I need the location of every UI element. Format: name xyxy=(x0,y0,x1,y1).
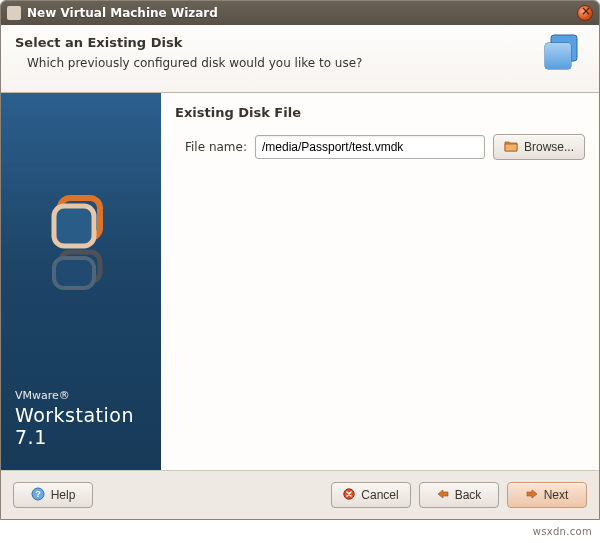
section-title: Existing Disk File xyxy=(175,105,585,120)
sidebar-branding: VMware® Workstation 7.1 xyxy=(1,93,161,470)
wizard-content: VMware® Workstation 7.1 Existing Disk Fi… xyxy=(1,93,599,471)
svg-rect-4 xyxy=(54,206,94,246)
next-button[interactable]: Next xyxy=(507,482,587,508)
help-icon: ? xyxy=(31,487,45,504)
wizard-window: New Virtual Machine Wizard Select an Exi… xyxy=(0,0,600,520)
svg-text:?: ? xyxy=(35,489,41,499)
titlebar[interactable]: New Virtual Machine Wizard xyxy=(1,1,599,25)
cancel-button[interactable]: Cancel xyxy=(331,482,411,508)
brand-vmware-label: VMware® xyxy=(15,389,147,402)
wizard-footer: ? Help Cancel Back Next xyxy=(1,471,599,519)
help-button[interactable]: ? Help xyxy=(13,482,93,508)
cancel-label: Cancel xyxy=(361,488,398,502)
next-label: Next xyxy=(544,488,569,502)
file-row: File name: Browse... xyxy=(185,134,585,160)
disk-stack-icon xyxy=(541,31,587,81)
file-name-label: File name: xyxy=(185,140,247,154)
brand-text: VMware® Workstation 7.1 xyxy=(1,389,161,470)
file-name-input[interactable] xyxy=(255,135,485,159)
vmware-logo-icon xyxy=(1,93,161,389)
header-subtitle: Which previously configured disk would y… xyxy=(27,56,585,70)
wizard-header: Select an Existing Disk Which previously… xyxy=(1,25,599,93)
svg-rect-6 xyxy=(54,258,94,288)
help-label: Help xyxy=(51,488,76,502)
browse-button[interactable]: Browse... xyxy=(493,134,585,160)
close-icon[interactable] xyxy=(577,5,593,21)
arrow-left-icon xyxy=(437,488,449,502)
browse-label: Browse... xyxy=(524,140,574,154)
brand-product-label: Workstation 7.1 xyxy=(15,404,147,448)
back-label: Back xyxy=(455,488,482,502)
back-button[interactable]: Back xyxy=(419,482,499,508)
header-title: Select an Existing Disk xyxy=(15,35,585,50)
cancel-icon xyxy=(343,488,355,503)
window-title: New Virtual Machine Wizard xyxy=(27,6,577,20)
main-panel: Existing Disk File File name: Browse... xyxy=(161,93,599,470)
folder-icon xyxy=(504,140,518,155)
svg-rect-2 xyxy=(545,43,571,69)
app-icon xyxy=(7,6,21,20)
arrow-right-icon xyxy=(526,488,538,502)
